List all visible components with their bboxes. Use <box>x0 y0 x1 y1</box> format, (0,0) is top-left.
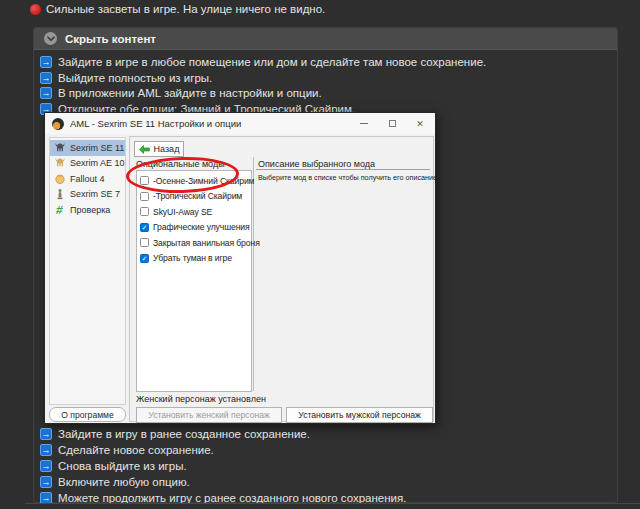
arrow-right-icon: → <box>40 87 52 99</box>
vault-boy-icon <box>53 172 66 185</box>
mod-label: Закрытая ванильная броня <box>153 238 260 248</box>
statue-icon <box>53 188 66 201</box>
step-text: Снова выйдите из игры. <box>58 460 187 472</box>
list-item: → Выйдите полностью из игры. <box>40 71 212 85</box>
sidebar-item-proverka[interactable]: # Проверка <box>50 202 125 218</box>
issue-note-text: Сильные засветы в игре. На улице ничего … <box>46 3 325 15</box>
optional-mods-listbox[interactable]: -Осенне-Зимний Скайрим -Тропический Скай… <box>136 170 252 392</box>
description-placeholder: Выберите мод в списке чтобы получить его… <box>258 173 439 182</box>
character-status-text: Женский персонаж установлен <box>136 394 266 404</box>
maximize-button[interactable] <box>381 115 403 132</box>
maximize-icon <box>389 120 396 127</box>
description-separator <box>256 169 430 170</box>
game-sidebar: Sexrim SE 11 Sexrim AE 10 Fallout 4 Sexr… <box>49 137 126 405</box>
step-text: Зайдите в игре в любое помещение или дом… <box>58 56 486 68</box>
minimize-button[interactable] <box>353 115 375 132</box>
checkbox-icon[interactable] <box>140 207 149 216</box>
sidebar-item-label: Sexrim SE 11 <box>70 143 124 153</box>
back-button[interactable]: Назад <box>134 141 184 157</box>
window-titlebar[interactable]: AML - Sexrim SE 11 Настройки и опции ✕ <box>45 113 435 134</box>
list-item: → Сделайте новое сохранение. <box>40 443 214 457</box>
mod-checkbox-row[interactable]: Убрать туман в игре <box>137 251 251 267</box>
column-divider <box>253 157 254 391</box>
helmet-dark-icon <box>53 141 66 154</box>
spoiler-toggle-button[interactable]: Скрыть контент <box>34 28 617 50</box>
description-column-header: Описание выбранного мода <box>258 159 375 169</box>
hash-icon: # <box>53 203 66 216</box>
section-divider <box>25 503 640 504</box>
red-dot-icon <box>30 4 41 15</box>
list-item: → Включите любую опцию. <box>40 475 190 489</box>
arrow-right-icon: → <box>40 476 52 488</box>
mod-label: -Тропический Скайрим <box>153 191 242 201</box>
step-text: Включите любую опцию. <box>58 476 190 488</box>
aml-app-icon <box>52 118 64 130</box>
sidebar-item-fallout-4[interactable]: Fallout 4 <box>50 171 125 187</box>
checkbox-icon[interactable] <box>140 176 149 185</box>
step-text: Выйдите полностью из игры. <box>58 72 212 84</box>
mod-checkbox-row[interactable]: -Тропический Скайрим <box>137 189 251 205</box>
sidebar-item-label: Fallout 4 <box>70 174 105 184</box>
green-arrow-left-icon <box>139 145 150 154</box>
mod-checkbox-row[interactable]: SkyUI-Away SE <box>137 204 251 220</box>
arrow-right-icon: → <box>40 460 52 472</box>
arrow-right-icon: → <box>40 444 52 456</box>
back-button-label: Назад <box>154 144 180 154</box>
checkbox-icon[interactable] <box>140 192 149 201</box>
sidebar-item-label: Проверка <box>70 205 110 215</box>
spoiler-toggle-label: Скрыть контент <box>65 33 156 45</box>
mod-label: Графические улучшения <box>153 222 250 232</box>
sidebar-item-sexrim-se-7[interactable]: Sexrim SE 7 <box>50 187 125 203</box>
arrow-right-icon: → <box>40 56 52 68</box>
settings-main-panel: Назад Опциональные моды Описание выбранн… <box>129 136 434 422</box>
checkbox-icon[interactable] <box>140 254 149 263</box>
close-icon: ✕ <box>416 119 424 129</box>
checkbox-icon[interactable] <box>140 238 149 247</box>
list-item: → Зайдите в игру в ранее созданное сохра… <box>40 427 310 441</box>
list-item: → Зайдите в игре в любое помещение или д… <box>40 55 486 69</box>
aml-settings-window: AML - Sexrim SE 11 Настройки и опции ✕ S… <box>44 112 436 424</box>
checkbox-icon[interactable] <box>140 223 149 232</box>
close-button[interactable]: ✕ <box>409 115 431 132</box>
sidebar-item-label: Sexrim AE 10 <box>70 158 125 168</box>
mod-checkbox-row[interactable]: -Осенне-Зимний Скайрим <box>137 173 251 189</box>
chevron-down-circle-icon <box>44 32 57 45</box>
list-item: → В приложении AML зайдите в настройки и… <box>40 86 322 100</box>
step-text: Зайдите в игру в ранее созданное сохране… <box>58 428 310 440</box>
sidebar-item-sexrim-ae-10[interactable]: Sexrim AE 10 <box>50 156 125 172</box>
arrow-right-icon: → <box>40 428 52 440</box>
mod-label: SkyUI-Away SE <box>153 207 212 217</box>
step-text: В приложении AML зайдите в настройки и о… <box>58 87 322 99</box>
helmet-gold-icon <box>53 157 66 170</box>
arrow-right-icon: → <box>40 72 52 84</box>
mod-label: Убрать туман в игре <box>153 253 232 263</box>
mod-label: -Осенне-Зимний Скайрим <box>153 176 254 186</box>
sidebar-item-sexrim-se-11[interactable]: Sexrim SE 11 <box>50 140 125 156</box>
about-button[interactable]: О программе <box>49 407 126 422</box>
mods-column-header: Опциональные моды <box>136 159 225 169</box>
sidebar-item-label: Sexrim SE 7 <box>70 189 120 199</box>
install-female-character-button[interactable]: Установить женский персонаж <box>136 407 282 423</box>
mod-checkbox-row[interactable]: Закрытая ванильная броня <box>137 235 251 251</box>
install-male-character-button[interactable]: Установить мужской персонаж <box>286 407 433 423</box>
mod-checkbox-row[interactable]: Графические улучшения <box>137 220 251 236</box>
window-title: AML - Sexrim SE 11 Настройки и опции <box>70 118 347 129</box>
step-text: Сделайте новое сохранение. <box>58 444 214 456</box>
issue-note: Сильные засветы в игре. На улице ничего … <box>30 3 325 15</box>
list-item: → Снова выйдите из игры. <box>40 459 187 473</box>
minimize-icon <box>360 123 368 124</box>
